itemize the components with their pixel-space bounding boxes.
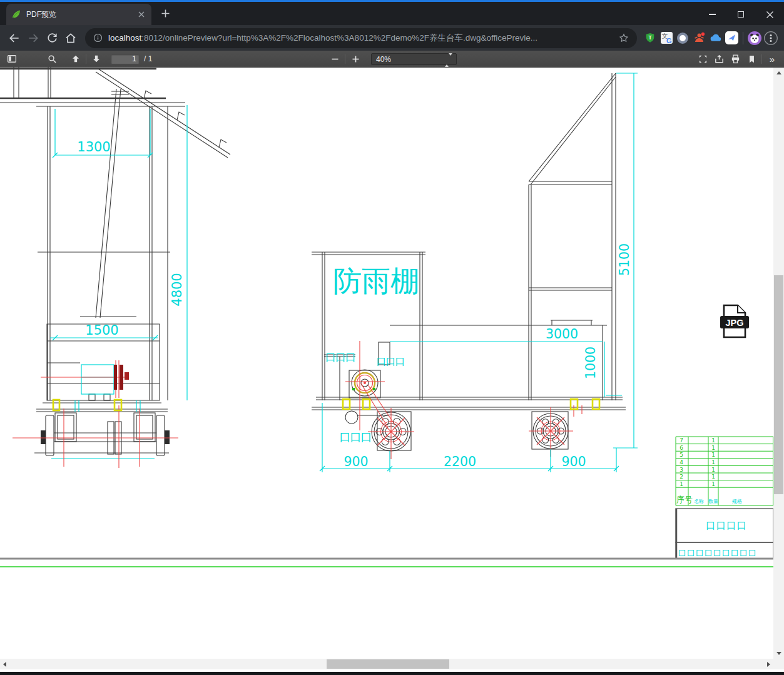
page-number-input[interactable] bbox=[111, 54, 140, 64]
placeholder-text-c: 口口口 bbox=[340, 430, 372, 444]
info-icon[interactable] bbox=[93, 33, 103, 43]
forward-button[interactable] bbox=[24, 29, 43, 48]
bookmark-star-icon[interactable] bbox=[618, 33, 629, 44]
dim-5100: 5100 bbox=[617, 243, 632, 276]
page-total-label: / 1 bbox=[144, 54, 152, 63]
row-num: 7 bbox=[680, 437, 683, 444]
row-num: 4 bbox=[680, 459, 683, 465]
row-qty: 1 bbox=[711, 445, 715, 451]
tab-close-icon[interactable] bbox=[136, 9, 146, 20]
row-num: 3 bbox=[680, 467, 683, 473]
front-view-centerlines-red bbox=[13, 360, 178, 468]
row-num: 1 bbox=[680, 481, 683, 487]
side-view-motor-pulley bbox=[352, 370, 378, 396]
toolbar-divider bbox=[86, 54, 86, 64]
bookmark-button[interactable] bbox=[743, 51, 760, 67]
cloud-extension-icon[interactable] bbox=[707, 29, 723, 47]
zoom-level-value: 40% bbox=[376, 55, 391, 64]
select-arrows-icon bbox=[445, 56, 452, 64]
maximize-button[interactable] bbox=[726, 4, 755, 25]
dim-2200: 2200 bbox=[444, 454, 476, 469]
title-block-table: 7 1 6 1 5 1 4 1 3 1 2 1 1 1 序号 名称 数量 规格 bbox=[676, 437, 773, 559]
dim-900-right: 900 bbox=[561, 454, 586, 469]
scroll-right-arrow-icon[interactable] bbox=[767, 662, 770, 667]
dim-1000: 1000 bbox=[583, 347, 598, 379]
toolbar-divider bbox=[761, 54, 762, 64]
header-qty-label: 数量 bbox=[708, 499, 718, 504]
dim-900-left: 900 bbox=[344, 454, 368, 469]
home-button[interactable] bbox=[61, 29, 80, 48]
horizontal-scrollbar[interactable] bbox=[0, 659, 773, 669]
zoom-level-select[interactable]: 40% bbox=[371, 53, 457, 65]
zoom-out-button[interactable] bbox=[327, 51, 343, 67]
url-bar[interactable]: localhost:8012/onlinePreview?url=http%3A… bbox=[85, 28, 637, 48]
minimize-button[interactable] bbox=[698, 4, 726, 25]
window-bottom-edge bbox=[0, 672, 784, 675]
tampermonkey-extension-icon[interactable]: T bbox=[642, 29, 658, 47]
pdf-toolbar: / 1 40% bbox=[0, 51, 784, 68]
bird-extension-icon[interactable] bbox=[723, 29, 740, 47]
address-bar: localhost:8012/onlinePreview?url=http%3A… bbox=[0, 25, 784, 51]
scroll-up-arrow-icon[interactable] bbox=[776, 71, 781, 74]
extensions-tray: T 文G bbox=[642, 29, 779, 47]
more-tools-button[interactable]: » bbox=[764, 51, 780, 67]
row-qty: 1 bbox=[711, 474, 715, 480]
pdf-page-canvas[interactable]: 1300 4800 1500 防雨棚 3000 1000 5100 900 22… bbox=[0, 68, 773, 659]
proxy-extension-icon[interactable] bbox=[691, 29, 707, 47]
scrollbar-corner bbox=[773, 659, 784, 669]
tab-title: PDF预览 bbox=[26, 9, 136, 20]
profile-avatar[interactable] bbox=[746, 29, 763, 47]
header-spec-label: 规格 bbox=[732, 499, 742, 504]
row-num: 2 bbox=[680, 474, 683, 480]
page-up-button[interactable] bbox=[68, 51, 84, 67]
vertical-scrollbar[interactable] bbox=[773, 68, 784, 659]
window-controls bbox=[698, 4, 784, 25]
row-qty: 1 bbox=[711, 437, 715, 444]
svg-text:T: T bbox=[648, 34, 651, 41]
dim-3000: 3000 bbox=[546, 327, 578, 342]
new-tab-button[interactable] bbox=[156, 5, 174, 23]
front-view-structure bbox=[0, 68, 230, 455]
row-qty: 1 bbox=[711, 452, 715, 458]
toolbar-divider bbox=[345, 54, 345, 64]
row-qty: 1 bbox=[711, 467, 715, 473]
doc-title-placeholder: 口口口口 bbox=[706, 520, 747, 531]
chrome-menu-icon[interactable] bbox=[763, 29, 779, 47]
toolbar-divider bbox=[743, 32, 743, 44]
vertical-scrollbar-thumb[interactable] bbox=[774, 275, 783, 494]
placeholder-text-b: 口口口 bbox=[377, 355, 405, 367]
horizontal-scrollbar-thumb[interactable] bbox=[327, 659, 449, 669]
scroll-left-arrow-icon[interactable] bbox=[3, 662, 6, 667]
dim-1300: 1300 bbox=[77, 140, 110, 155]
open-file-button[interactable] bbox=[711, 51, 727, 67]
search-button[interactable] bbox=[44, 51, 60, 67]
doc-subtitle-placeholder: 口口口口口口口口口 bbox=[678, 548, 757, 557]
row-num: 5 bbox=[680, 452, 683, 458]
zoom-controls: 40% bbox=[327, 51, 457, 68]
page-down-button[interactable] bbox=[88, 51, 104, 67]
translate-extension-icon[interactable]: 文G bbox=[658, 29, 675, 47]
side-view-structure bbox=[312, 73, 626, 450]
tab-bar: PDF预览 bbox=[0, 2, 784, 25]
rain-shelter-label: 防雨棚 bbox=[333, 264, 419, 298]
yellow-pads bbox=[53, 399, 599, 410]
placeholder-text-a: 口口口 bbox=[325, 351, 355, 363]
zoom-in-button[interactable] bbox=[347, 51, 364, 67]
jpg-badge-label: JPG bbox=[725, 318, 743, 328]
print-button[interactable] bbox=[727, 51, 743, 67]
sidebar-toggle-button[interactable] bbox=[4, 51, 20, 67]
close-button[interactable] bbox=[755, 4, 784, 25]
presentation-mode-button[interactable] bbox=[695, 51, 711, 67]
url-text[interactable]: localhost:8012/onlinePreview?url=http%3A… bbox=[108, 33, 618, 44]
header-name-label: 名称 bbox=[694, 499, 704, 504]
back-button[interactable] bbox=[5, 29, 24, 48]
row-qty: 1 bbox=[711, 459, 715, 465]
toolbar-right-tools: » bbox=[695, 51, 780, 68]
reload-button[interactable] bbox=[43, 29, 61, 48]
header-seq-label: 序号 bbox=[676, 495, 693, 504]
row-qty: 1 bbox=[711, 481, 715, 487]
browser-tab[interactable]: PDF预览 bbox=[6, 4, 151, 25]
ring-extension-icon[interactable] bbox=[675, 29, 691, 47]
url-host: localhost bbox=[108, 33, 141, 43]
scroll-down-arrow-icon[interactable] bbox=[776, 652, 781, 655]
